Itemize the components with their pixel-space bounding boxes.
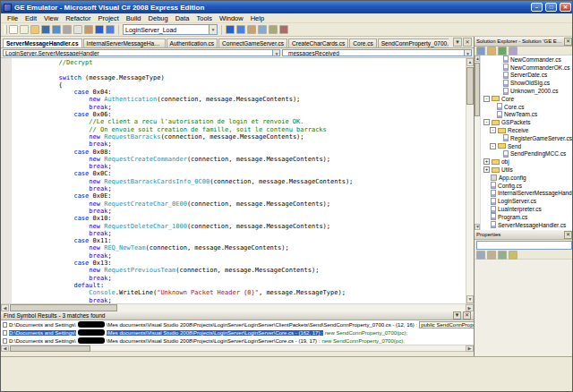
properties-grid[interactable] bbox=[475, 260, 573, 358]
tree-toggle-icon[interactable]: - bbox=[483, 96, 490, 102]
menu-item-window[interactable]: Window bbox=[216, 14, 247, 22]
code-line[interactable]: new Authentication(connection, message.M… bbox=[13, 96, 466, 103]
add-item-icon[interactable] bbox=[20, 25, 29, 34]
code-line[interactable]: new RequestDeleteChar_1000(connection, m… bbox=[13, 223, 466, 230]
code-line[interactable]: break; bbox=[13, 185, 466, 192]
scroll-left-icon[interactable]: ◀ bbox=[1, 345, 9, 352]
chevron-down-icon[interactable]: ▼ bbox=[464, 50, 471, 55]
tree-item-utils[interactable]: +Utils bbox=[482, 166, 573, 174]
refresh-icon[interactable] bbox=[498, 47, 507, 55]
tree-vertical-scrollbar[interactable]: ▲ ▼ bbox=[475, 55, 481, 230]
properties-object-dropdown[interactable] bbox=[476, 241, 572, 250]
toolbox-icon[interactable] bbox=[279, 25, 288, 34]
tree-item-app-config[interactable]: App.config bbox=[482, 174, 573, 182]
chevron-down-icon[interactable]: ▼ bbox=[453, 38, 462, 47]
find-result-row[interactable]: D:\Documents and Settings\\Mes documents… bbox=[1, 320, 474, 328]
tab-internalservermessagehandler-cs[interactable]: InternalServerMessageHandler.cs bbox=[83, 38, 166, 47]
maximize-button[interactable]: □ bbox=[545, 3, 557, 12]
menu-item-tools[interactable]: Tools bbox=[193, 14, 217, 22]
tab-authentication-cs[interactable]: Authentication.cs bbox=[167, 38, 218, 47]
object-browser-icon[interactable] bbox=[269, 25, 278, 34]
tree-item-showoldslg-cs[interactable]: ShowOldSlg.cs bbox=[482, 79, 573, 87]
code-line[interactable]: default: bbox=[13, 282, 466, 289]
tab-connectgameserver-cs[interactable]: ConnectGameServer.cs bbox=[218, 38, 287, 47]
scroll-down-icon[interactable]: ▼ bbox=[466, 295, 474, 303]
show-all-files-icon[interactable] bbox=[487, 47, 496, 55]
code-line[interactable]: new RequestPreviousTeam(connection, mess… bbox=[13, 267, 466, 274]
chevron-down-icon[interactable]: ▼ bbox=[209, 25, 217, 34]
tree-toggle-icon[interactable]: - bbox=[490, 127, 496, 133]
navigate-forward-icon[interactable] bbox=[236, 25, 245, 34]
code-line[interactable]: break; bbox=[13, 230, 466, 237]
tree-item-sendpendingmcc-cs[interactable]: SendPendingMCC.cs bbox=[482, 150, 573, 158]
tree-item-newcommander-cs[interactable]: NewCommander.cs bbox=[482, 55, 573, 64]
categorized-icon[interactable] bbox=[476, 251, 485, 260]
code-line[interactable]: case 0x10: bbox=[13, 215, 466, 222]
chevron-down-icon[interactable]: ▼ bbox=[272, 50, 279, 55]
view-code-icon[interactable] bbox=[509, 47, 517, 55]
toolbar-combo[interactable]: LoginServer_Load ▼ bbox=[123, 24, 218, 35]
close-icon[interactable]: ✕ bbox=[564, 38, 572, 46]
menu-item-view[interactable]: View bbox=[40, 14, 62, 22]
code-line[interactable]: break; bbox=[13, 141, 466, 148]
scroll-down-icon[interactable]: ▼ bbox=[475, 224, 480, 230]
menu-item-edit[interactable]: Edit bbox=[21, 14, 40, 22]
code-line[interactable]: break; bbox=[13, 163, 466, 170]
tree-item-newteam-cs[interactable]: NewTeam.cs bbox=[482, 111, 573, 119]
tree-item-internalservermessagehandler-cs[interactable]: InternalServerMessageHandler.cs bbox=[482, 190, 573, 198]
close-icon[interactable]: ✕ bbox=[463, 38, 472, 47]
solution-explorer-icon[interactable] bbox=[247, 25, 256, 34]
tree-item-obj[interactable]: +obj bbox=[482, 158, 573, 166]
save-all-icon[interactable] bbox=[52, 25, 61, 34]
code-line[interactable]: // On envoie soit creation de famille, s… bbox=[13, 126, 466, 133]
code-line[interactable]: Console.WriteLine("Unknown Packet Header… bbox=[13, 289, 466, 296]
properties-window-icon[interactable] bbox=[258, 25, 267, 34]
find-result-row[interactable]: D:\Documents and Settings\\Mes documents… bbox=[1, 328, 474, 337]
scroll-right-icon[interactable]: ▶ bbox=[466, 345, 474, 352]
paste-icon[interactable] bbox=[84, 25, 93, 34]
scrollbar-thumb[interactable] bbox=[10, 304, 117, 311]
code-line[interactable]: case 0x0C: bbox=[13, 170, 466, 177]
scrollbar-thumb[interactable] bbox=[475, 63, 480, 116]
code-line[interactable]: break; bbox=[13, 104, 466, 111]
open-file-icon[interactable] bbox=[30, 25, 39, 34]
code-line[interactable]: new RequestCreateChar_0E00(connection, m… bbox=[13, 200, 466, 208]
undo-icon[interactable] bbox=[95, 25, 104, 34]
tree-toggle-icon[interactable]: + bbox=[483, 166, 490, 173]
code-line[interactable]: switch (message.MessageType) bbox=[13, 74, 466, 81]
redo-icon[interactable] bbox=[106, 25, 115, 34]
indicator-margin[interactable] bbox=[1, 58, 12, 303]
code-line[interactable]: case 0x13: bbox=[13, 260, 466, 267]
close-button[interactable]: ✕ bbox=[560, 3, 571, 12]
code-line[interactable]: new RequestBarracks(connection, message.… bbox=[13, 133, 466, 141]
scroll-right-icon[interactable]: ▶ bbox=[466, 304, 474, 311]
tree-item-config-cs[interactable]: Config.cs bbox=[482, 182, 573, 190]
tree-item-core[interactable]: -Core bbox=[482, 95, 573, 103]
scroll-up-icon[interactable]: ▲ bbox=[466, 58, 474, 66]
tab-createcharcards-cs[interactable]: CreateCharCards.cs bbox=[288, 38, 348, 47]
tree-item-unknown-2000-cs[interactable]: Unknown_2000.cs bbox=[482, 87, 573, 95]
types-dropdown[interactable]: LoginServer.ServerMessageHandler ▼ bbox=[3, 49, 280, 56]
save-icon[interactable] bbox=[41, 25, 50, 34]
code-line[interactable] bbox=[13, 66, 466, 73]
code-line[interactable]: case 0x0E: bbox=[13, 192, 466, 200]
tab-core-cs[interactable]: Core.cs bbox=[349, 38, 376, 47]
code-line[interactable]: case 0x06: bbox=[13, 111, 466, 118]
menu-item-help[interactable]: Help bbox=[247, 14, 268, 22]
navigate-back-icon[interactable] bbox=[226, 25, 235, 34]
tree-item-loginserver-cs[interactable]: LoginServer.cs bbox=[482, 197, 573, 205]
new-project-icon[interactable] bbox=[9, 25, 18, 34]
alphabetical-icon[interactable] bbox=[487, 251, 496, 260]
menu-item-refactor[interactable]: Refactor bbox=[62, 14, 94, 22]
code-line[interactable]: break; bbox=[13, 252, 466, 260]
find-result-row[interactable]: D:\Documents and Settings\\Mes documents… bbox=[1, 337, 474, 345]
tree-toggle-icon[interactable]: - bbox=[483, 119, 490, 125]
members-dropdown[interactable]: _messagesReceived ▼ bbox=[282, 49, 472, 56]
copy-icon[interactable] bbox=[73, 25, 82, 34]
code-line[interactable]: case 0x11: bbox=[13, 237, 466, 244]
tab-servermessagehandler-cs[interactable]: ServerMessageHandler.cs bbox=[3, 38, 82, 47]
tree-item-gspackets[interactable]: -GSPackets bbox=[482, 118, 573, 126]
scrollbar-thumb[interactable] bbox=[10, 345, 90, 352]
tree-toggle-icon[interactable]: + bbox=[483, 158, 490, 165]
menu-item-build[interactable]: Build bbox=[123, 14, 145, 22]
